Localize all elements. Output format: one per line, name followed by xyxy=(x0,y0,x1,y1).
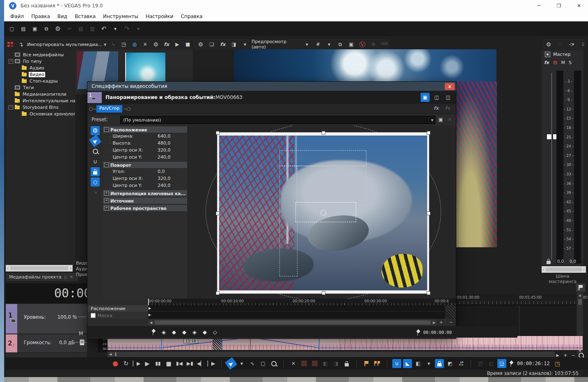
settings-gear-icon[interactable]: ⚙ xyxy=(53,24,62,33)
kf-first-icon[interactable]: ◈ xyxy=(159,327,168,336)
property-row[interactable]: Центр оси Y:240,0 xyxy=(103,154,187,161)
kf-rows[interactable]: ▶ ▶ xyxy=(148,305,456,319)
property-value[interactable]: 240,0 xyxy=(158,183,187,188)
downmix-icon[interactable]: ∴ xyxy=(556,40,565,49)
preview-settings-gear-icon[interactable]: ⚙ xyxy=(196,40,205,49)
keyframe-marker[interactable]: ▶ xyxy=(149,306,151,310)
kf-hscrollbar[interactable]: ◀ ▶ + − xyxy=(148,320,456,325)
master-record-gear-icon[interactable]: ⚙ xyxy=(553,60,558,66)
loop-playback-button[interactable]: ↻ xyxy=(121,359,130,368)
kf-next-icon[interactable]: ◈ xyxy=(190,327,199,336)
zoom-tool-button[interactable] xyxy=(269,359,278,368)
property-row[interactable]: Центр оси Y:240,0 xyxy=(103,182,187,189)
kf-cursor-time[interactable]: 00:00:00:00 xyxy=(423,330,452,335)
kf-prev-icon[interactable]: ◆ xyxy=(169,327,178,336)
copy-snapshot-icon[interactable]: ⧉ xyxy=(336,40,345,49)
expander-icon[interactable]: − xyxy=(9,105,13,110)
scroll-left-icon[interactable]: ◀ xyxy=(108,352,113,356)
property-group-header[interactable]: +Источник xyxy=(103,198,187,204)
video-event-fx-dialog[interactable]: Спецэффекты видеособытия x 1 Панорамиров… xyxy=(87,81,456,339)
layout-three-pane-icon[interactable]: ◫ xyxy=(444,93,453,102)
mask-checkbox[interactable] xyxy=(91,313,96,318)
scroll-left-icon[interactable]: ‹ xyxy=(543,267,545,272)
media-tree-hscrollbar[interactable]: ‹ › xyxy=(6,265,73,272)
copy-icon[interactable]: ▤ xyxy=(76,24,85,33)
scroll-thumb[interactable] xyxy=(115,352,117,356)
kf-add-icon[interactable]: ◆ xyxy=(200,327,209,336)
record-button[interactable]: ● xyxy=(111,359,120,368)
import-media-icon[interactable]: ↴ xyxy=(16,40,25,49)
property-row[interactable]: Высота:480,0 xyxy=(103,140,187,147)
tool-dropdown-icon[interactable]: ▾ xyxy=(237,359,246,368)
scroll-thumb[interactable] xyxy=(546,267,582,272)
close-button[interactable]: ✕ xyxy=(570,0,588,12)
kf-track-label-row1[interactable]: Расположение xyxy=(87,305,151,312)
paste-icon[interactable]: ▥ xyxy=(88,24,97,33)
track-2-volume-slider[interactable] xyxy=(71,342,87,343)
kf-sync-cursor-icon[interactable] xyxy=(149,327,158,336)
scroll-right-icon[interactable]: › xyxy=(583,267,585,272)
project-properties-icon[interactable]: ⧉ xyxy=(42,24,51,33)
crop-handle[interactable] xyxy=(216,212,220,215)
expanded-edit-mode-icon[interactable]: ◱ xyxy=(487,359,496,368)
stop-button[interactable]: ■ xyxy=(164,359,173,368)
media-pool-tab[interactable]: Медиафайлы проекта ▫ ✕ xyxy=(6,273,78,281)
pan-crop-chip[interactable]: Pan/Crop xyxy=(96,105,122,113)
selection-tool-button[interactable]: ▢ xyxy=(259,359,268,368)
track-header-1[interactable]: · · · 1 Уровень: 100,0 % xyxy=(6,304,87,334)
menu-item[interactable]: Инструменты xyxy=(99,12,142,21)
tree-item-интеллектуальные-нак[interactable]: Интеллектуальные нак xyxy=(7,97,75,104)
hidden-tab-label[interactable]: Видео xyxy=(76,260,87,266)
remove-media-icon[interactable]: ✕ xyxy=(141,40,150,49)
tree-item-теги[interactable]: Теги xyxy=(7,84,75,91)
property-value[interactable]: 320,0 xyxy=(158,147,187,153)
kf-ruler[interactable]: 00:00:00:0000:00:10:0000:00:20:0000:00:3… xyxy=(148,299,456,305)
close-tool-button[interactable]: ✕ xyxy=(289,359,298,368)
overlays-grid-icon[interactable]: # xyxy=(313,40,323,49)
timeline-ruler-right[interactable]: 00:01:30:0000:01:45:0000:02 xyxy=(455,294,576,305)
tree-item-стоп-кадры[interactable]: Стоп-кадры xyxy=(7,78,75,84)
go-to-start-button[interactable]: ▮◀ xyxy=(175,359,184,368)
preview-play-icon[interactable]: ▶ xyxy=(173,40,182,49)
hidden-tab-label[interactable]: Пров xyxy=(76,272,87,278)
loop-ghost-icon[interactable]: ⚙ xyxy=(369,40,378,49)
kf-cursor[interactable] xyxy=(148,299,149,305)
property-row[interactable]: Центр оси X:320,0 xyxy=(103,175,187,182)
snap-magnet-icon[interactable]: ∪ xyxy=(91,157,100,166)
pause-button[interactable]: ▮▮ xyxy=(153,359,162,368)
preview-quality-select[interactable]: Предпросмотр (авто) xyxy=(252,39,300,50)
tree-item-основная-хронологи[interactable]: Основная хронологи xyxy=(7,110,75,117)
master-collapse-icon[interactable] xyxy=(545,52,550,57)
normal-edit-tool-icon[interactable]: ▶ xyxy=(89,135,102,147)
property-value[interactable]: 480,0 xyxy=(158,140,187,146)
master-lock-icon[interactable] xyxy=(546,257,551,266)
property-value[interactable]: 640,0 xyxy=(158,133,187,139)
master-hscrollbar[interactable]: ‹ › xyxy=(542,266,586,273)
dialog-close-button[interactable]: x xyxy=(445,83,455,90)
preset-combobox[interactable]: (По умолчанию) ▾ xyxy=(120,116,435,124)
track-header-2[interactable]: · · · 2 ♪ М Громкость: 0,0 дБ xyxy=(6,334,87,352)
save-project-icon[interactable]: ▣ xyxy=(30,24,39,33)
crop-handle[interactable] xyxy=(216,131,220,135)
normal-edit-mode-icon[interactable]: ◰ xyxy=(476,359,485,368)
scroll-up-icon[interactable]: ▲ xyxy=(577,292,583,298)
crop-handle[interactable] xyxy=(322,131,325,135)
mixer-sliders-icon[interactable]: ⫶⫶ xyxy=(579,40,588,49)
add-fx-icon[interactable]: fx xyxy=(434,106,439,111)
property-row[interactable]: Центр оси X:320,0 xyxy=(103,147,187,154)
open-project-icon[interactable]: ▤ xyxy=(19,24,28,33)
master-mute-button[interactable]: M xyxy=(561,60,565,65)
scroll-right-icon[interactable]: › xyxy=(70,266,71,270)
timecode-display[interactable]: 00:00:2 xyxy=(6,283,87,303)
tree-item-видео[interactable]: Видео xyxy=(7,71,75,78)
zoom-edit-tool-icon[interactable] xyxy=(91,147,100,156)
kf-track-label-row2[interactable]: Маска xyxy=(87,312,151,319)
property-row[interactable]: Угол:0,0 xyxy=(103,168,187,175)
property-group-header[interactable]: −Расположение xyxy=(103,127,187,133)
save-preset-icon[interactable]: ▣ xyxy=(436,115,445,124)
zoom-in-button[interactable]: + xyxy=(437,320,445,325)
menu-item[interactable]: Вид xyxy=(54,12,71,21)
crop-handle[interactable] xyxy=(427,212,430,215)
layout-two-pane-icon[interactable]: ◫ xyxy=(432,93,441,102)
track-1-level-value[interactable]: 100,0 % xyxy=(57,314,77,320)
